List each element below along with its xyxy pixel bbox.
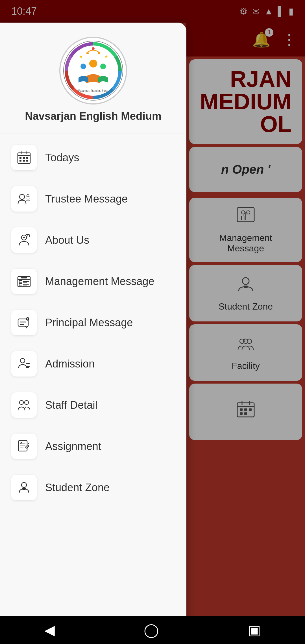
drawer-school-name: Navsarjan English Medium xyxy=(25,110,162,122)
admission-icon xyxy=(17,357,31,371)
assignment-icon-wrap xyxy=(11,434,37,459)
staff-icon-wrap xyxy=(11,392,37,418)
home-button[interactable]: ◯ xyxy=(127,619,176,641)
menu-item-assignment[interactable]: Assignment xyxy=(0,426,186,467)
trustee-icon xyxy=(17,192,31,206)
svg-rect-37 xyxy=(23,157,25,159)
menu-item-management[interactable]: Management Message xyxy=(0,261,186,302)
about-icon xyxy=(17,233,31,247)
back-button[interactable]: ◀ xyxy=(27,619,72,641)
principal-icon xyxy=(17,316,31,330)
svg-text:★: ★ xyxy=(79,54,83,59)
principal-icon-wrap xyxy=(11,310,37,335)
about-icon-wrap xyxy=(11,227,37,253)
recents-button[interactable]: ▣ xyxy=(231,619,278,641)
svg-point-28 xyxy=(92,47,95,50)
svg-point-62 xyxy=(23,277,25,279)
trustee-icon-wrap xyxy=(11,186,37,212)
school-logo: Palanpur, Rander, Surat ★ ★ xyxy=(59,37,127,105)
svg-point-23 xyxy=(89,60,97,68)
svg-point-76 xyxy=(25,401,29,404)
svg-point-71 xyxy=(20,358,25,363)
todays-label: Todays xyxy=(45,152,79,164)
svg-point-47 xyxy=(27,195,29,197)
student-zone-icon xyxy=(17,480,31,495)
navigation-drawer: Palanpur, Rander, Surat ★ ★ Navsarjan En… xyxy=(0,23,186,644)
svg-rect-56 xyxy=(19,284,22,286)
svg-point-24 xyxy=(80,64,86,69)
svg-point-27 xyxy=(98,52,100,54)
admission-label: Admission xyxy=(45,358,95,370)
svg-rect-55 xyxy=(19,280,22,283)
svg-rect-38 xyxy=(26,157,28,159)
svg-rect-36 xyxy=(19,157,21,159)
svg-point-25 xyxy=(100,64,106,69)
trustee-label: Trustee Message xyxy=(45,193,128,205)
management-menu-icon xyxy=(17,274,31,288)
svg-rect-86 xyxy=(22,488,26,490)
svg-point-49 xyxy=(23,237,25,238)
svg-rect-72 xyxy=(26,364,30,366)
svg-rect-39 xyxy=(19,160,21,162)
student-zone-menu-label: Student Zone xyxy=(45,482,110,494)
principal-label: Principal Message xyxy=(45,317,133,329)
bottom-navigation: ◀ ◯ ▣ xyxy=(0,616,305,644)
svg-rect-40 xyxy=(23,160,25,162)
menu-item-staff[interactable]: Staff Detail xyxy=(0,384,186,426)
menu-item-principal[interactable]: Principal Message xyxy=(0,302,186,343)
menu-item-student-zone[interactable]: Student Zone xyxy=(0,467,186,508)
todays-icon-wrap xyxy=(11,145,37,170)
menu-item-about[interactable]: About Us xyxy=(0,219,186,261)
svg-text:★: ★ xyxy=(104,54,108,59)
management-label: Management Message xyxy=(45,275,154,288)
student-zone-icon-wrap xyxy=(11,475,37,500)
admission-icon-wrap xyxy=(11,351,37,377)
svg-point-26 xyxy=(86,52,89,54)
svg-rect-43 xyxy=(26,198,30,201)
staff-label: Staff Detail xyxy=(45,399,97,411)
management-icon-wrap xyxy=(11,269,37,294)
assignment-icon xyxy=(17,439,31,453)
drawer-logo-section: Palanpur, Rander, Surat ★ ★ Navsarjan En… xyxy=(0,23,186,131)
menu-list: Todays Trustee Message xyxy=(0,137,186,508)
drawer-divider xyxy=(0,134,186,134)
svg-rect-77 xyxy=(19,440,27,451)
svg-point-63 xyxy=(25,277,27,279)
svg-point-42 xyxy=(19,194,25,199)
menu-item-trustee[interactable]: Trustee Message xyxy=(0,178,186,219)
menu-item-admission[interactable]: Admission xyxy=(0,343,186,384)
staff-icon xyxy=(17,398,31,412)
svg-point-61 xyxy=(21,277,23,279)
svg-text:Palanpur, Rander, Surat: Palanpur, Rander, Surat xyxy=(78,89,108,92)
assignment-label: Assignment xyxy=(45,440,101,452)
todays-icon xyxy=(17,151,31,165)
menu-item-todays[interactable]: Todays xyxy=(0,137,186,178)
about-label: About Us xyxy=(45,234,89,246)
svg-point-70 xyxy=(27,319,28,320)
svg-rect-41 xyxy=(26,160,28,162)
svg-point-85 xyxy=(21,482,27,488)
svg-point-75 xyxy=(19,401,23,404)
